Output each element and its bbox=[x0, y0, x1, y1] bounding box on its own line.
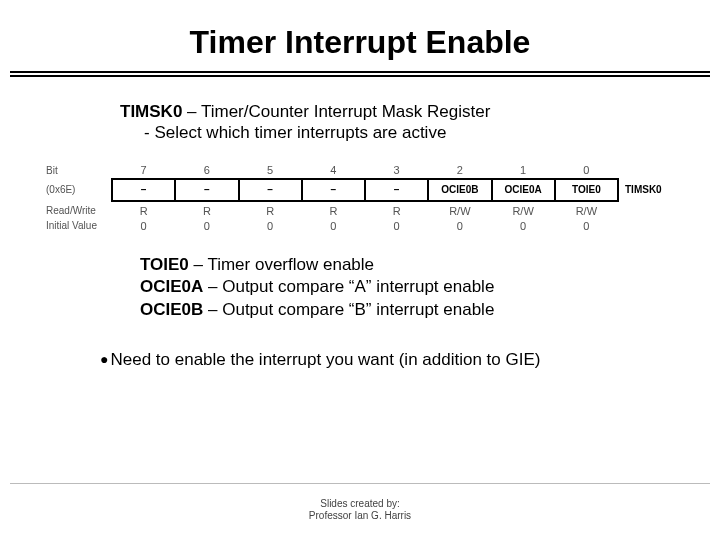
bit-name: – bbox=[239, 179, 302, 201]
intro-line-1: TIMSK0 – Timer/Counter Interrupt Mask Re… bbox=[120, 101, 680, 122]
bit-num: 7 bbox=[112, 164, 175, 179]
slide-title: Timer Interrupt Enable bbox=[0, 0, 720, 71]
bit-num: 4 bbox=[302, 164, 365, 179]
bit-name: – bbox=[112, 179, 175, 201]
def-line: OCIE0A – Output compare “A” interrupt en… bbox=[140, 276, 680, 299]
content-area: TIMSK0 – Timer/Counter Interrupt Mask Re… bbox=[0, 77, 720, 370]
rw-cell: R bbox=[175, 201, 238, 217]
bit-definitions: TOIE0 – Timer overflow enable OCIE0A – O… bbox=[140, 254, 680, 323]
iv-cell: 0 bbox=[428, 217, 491, 232]
bullet-icon: ● bbox=[100, 352, 108, 366]
bit-num: 0 bbox=[555, 164, 618, 179]
bit-name: – bbox=[365, 179, 428, 201]
bit-num: 3 bbox=[365, 164, 428, 179]
row-label-iv: Initial Value bbox=[46, 217, 112, 232]
def-name: OCIE0B bbox=[140, 300, 203, 319]
def-line: OCIE0B – Output compare “B” interrupt en… bbox=[140, 299, 680, 322]
def-text: – Output compare “B” interrupt enable bbox=[203, 300, 494, 319]
bit-name-row: (0x6E) – – – – – OCIE0B OCIE0A TOIE0 TIM… bbox=[46, 179, 674, 201]
intro-reg-name: TIMSK0 bbox=[120, 102, 182, 121]
title-rule-top bbox=[10, 71, 710, 73]
iv-cell: 0 bbox=[365, 217, 428, 232]
initial-value-row: Initial Value 0 0 0 0 0 0 0 0 bbox=[46, 217, 674, 232]
row-label-rw: Read/Write bbox=[46, 201, 112, 217]
intro-block: TIMSK0 – Timer/Counter Interrupt Mask Re… bbox=[120, 101, 680, 144]
rw-cell: R/W bbox=[492, 201, 555, 217]
def-text: – Output compare “A” interrupt enable bbox=[203, 277, 494, 296]
rw-cell: R bbox=[302, 201, 365, 217]
rw-cell: R/W bbox=[428, 201, 491, 217]
bit-num: 2 bbox=[428, 164, 491, 179]
rw-cell: R bbox=[112, 201, 175, 217]
iv-cell: 0 bbox=[175, 217, 238, 232]
register-table: Bit 7 6 5 4 3 2 1 0 (0x6E) – – – – – OCI… bbox=[46, 164, 674, 232]
def-text: – Timer overflow enable bbox=[189, 255, 374, 274]
footer-line-1: Slides created by: bbox=[0, 498, 720, 510]
iv-cell: 0 bbox=[112, 217, 175, 232]
bit-name: TOIE0 bbox=[555, 179, 618, 201]
bit-num: 1 bbox=[492, 164, 555, 179]
rw-cell: R bbox=[239, 201, 302, 217]
bit-name: OCIE0A bbox=[492, 179, 555, 201]
intro-reg-desc: – Timer/Counter Interrupt Mask Register bbox=[182, 102, 490, 121]
iv-cell: 0 bbox=[302, 217, 365, 232]
rw-cell: R/W bbox=[555, 201, 618, 217]
bit-number-row: Bit 7 6 5 4 3 2 1 0 bbox=[46, 164, 674, 179]
def-line: TOIE0 – Timer overflow enable bbox=[140, 254, 680, 277]
bullet-line: ● Need to enable the interrupt you want … bbox=[100, 350, 680, 370]
def-name: OCIE0A bbox=[140, 277, 203, 296]
row-label-bit: Bit bbox=[46, 164, 112, 179]
register-name-label: TIMSK0 bbox=[618, 179, 674, 201]
def-name: TOIE0 bbox=[140, 255, 189, 274]
footer-credit: Slides created by: Professor Ian G. Harr… bbox=[0, 498, 720, 522]
intro-line-2: - Select which timer interrupts are acti… bbox=[144, 122, 680, 143]
bit-num: 5 bbox=[239, 164, 302, 179]
bit-num: 6 bbox=[175, 164, 238, 179]
read-write-row: Read/Write R R R R R R/W R/W R/W bbox=[46, 201, 674, 217]
bullet-text: Need to enable the interrupt you want (i… bbox=[110, 350, 540, 370]
iv-cell: 0 bbox=[492, 217, 555, 232]
register-diagram: Bit 7 6 5 4 3 2 1 0 (0x6E) – – – – – OCI… bbox=[40, 164, 680, 232]
iv-cell: 0 bbox=[555, 217, 618, 232]
bit-name: – bbox=[175, 179, 238, 201]
iv-cell: 0 bbox=[239, 217, 302, 232]
bit-name: OCIE0B bbox=[428, 179, 491, 201]
row-label-addr: (0x6E) bbox=[46, 179, 112, 201]
rw-cell: R bbox=[365, 201, 428, 217]
footer-rule bbox=[10, 483, 710, 484]
footer-line-2: Professor Ian G. Harris bbox=[0, 510, 720, 522]
bit-name: – bbox=[302, 179, 365, 201]
